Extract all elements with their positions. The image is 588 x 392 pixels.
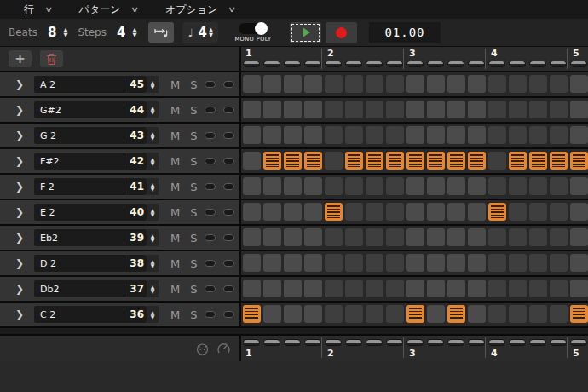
step-cell[interactable]: [304, 126, 322, 144]
step-cell[interactable]: [406, 280, 424, 297]
step-cell[interactable]: [263, 254, 281, 272]
track-note-stepper[interactable]: ▲▼: [147, 178, 159, 195]
step-cell[interactable]: [325, 280, 343, 297]
step-cell[interactable]: [345, 177, 363, 195]
stepper-down-icon[interactable]: ▼: [151, 263, 155, 268]
mute-button[interactable]: M: [170, 206, 180, 219]
step-cell[interactable]: [529, 280, 547, 297]
step-cell[interactable]: [550, 228, 568, 246]
step-cell[interactable]: [284, 305, 302, 323]
track-led-1[interactable]: [205, 209, 216, 216]
step-cell[interactable]: [488, 254, 506, 272]
step-cell[interactable]: [447, 126, 465, 144]
mute-button[interactable]: M: [170, 181, 180, 193]
step-cell[interactable]: [529, 101, 547, 118]
step-cell[interactable]: [243, 254, 261, 272]
step-cell[interactable]: [427, 203, 445, 221]
step-cell[interactable]: [345, 280, 363, 297]
step-cell[interactable]: [386, 177, 404, 195]
track-led-2[interactable]: [223, 311, 234, 318]
step-cell[interactable]: [325, 75, 343, 93]
mute-button[interactable]: M: [170, 78, 180, 91]
toggle-knob[interactable]: [255, 22, 268, 35]
track-note-stepper[interactable]: ▲▼: [147, 127, 159, 144]
step-cell[interactable]: [366, 280, 383, 297]
step-cell[interactable]: [509, 280, 527, 297]
step-cell[interactable]: [284, 101, 302, 118]
step-cell[interactable]: [325, 305, 343, 323]
step-cell[interactable]: [406, 75, 424, 93]
step-cell[interactable]: [284, 75, 302, 93]
expand-chevron-icon[interactable]: ❯: [15, 104, 29, 116]
step-cell[interactable]: [529, 228, 547, 246]
step-cell[interactable]: [386, 280, 404, 297]
step-cell[interactable]: [570, 75, 588, 93]
step-cell[interactable]: [284, 177, 302, 195]
step-cell[interactable]: [509, 101, 527, 118]
step-cell[interactable]: [345, 75, 363, 93]
step-cell[interactable]: [366, 152, 383, 170]
mute-button[interactable]: M: [170, 283, 180, 296]
stepper-down-icon[interactable]: ▼: [151, 110, 155, 115]
track-name-box[interactable]: Eb239: [34, 229, 147, 246]
step-cell[interactable]: [509, 75, 527, 93]
step-cell[interactable]: [263, 177, 281, 195]
note-length-value[interactable]: 4: [199, 25, 207, 40]
solo-button[interactable]: S: [190, 130, 197, 142]
step-cell[interactable]: [366, 75, 383, 93]
step-cell[interactable]: [550, 101, 568, 118]
step-cell[interactable]: [263, 228, 281, 246]
step-cell[interactable]: [488, 126, 506, 144]
step-cell[interactable]: [325, 228, 343, 246]
step-cell[interactable]: [509, 152, 527, 170]
track-led-1[interactable]: [205, 107, 216, 113]
solo-button[interactable]: S: [190, 78, 197, 91]
step-cell[interactable]: [263, 305, 281, 323]
track-led-1[interactable]: [205, 285, 216, 292]
step-cell[interactable]: [304, 254, 322, 272]
stepper-down-icon[interactable]: ▼: [151, 135, 155, 141]
step-cell[interactable]: [468, 75, 486, 93]
step-cell[interactable]: [488, 203, 506, 221]
step-cell[interactable]: [550, 126, 568, 144]
track-led-1[interactable]: [205, 158, 216, 164]
step-cell[interactable]: [529, 152, 547, 170]
track-note-stepper[interactable]: ▲▼: [147, 229, 159, 246]
step-cell[interactable]: [243, 203, 261, 221]
step-cell[interactable]: [406, 254, 424, 272]
step-cell[interactable]: [570, 280, 588, 297]
beats-value[interactable]: 8: [48, 25, 56, 40]
step-cell[interactable]: [447, 305, 465, 323]
track-name-box[interactable]: D 238: [34, 255, 147, 272]
step-cell[interactable]: [386, 228, 404, 246]
track-led-2[interactable]: [223, 234, 234, 241]
track-led-2[interactable]: [223, 81, 234, 88]
mono-poly-toggle[interactable]: [239, 23, 268, 34]
step-cell[interactable]: [243, 152, 261, 170]
step-cell[interactable]: [447, 254, 465, 272]
step-cell[interactable]: [406, 152, 424, 170]
step-cell[interactable]: [488, 228, 506, 246]
mute-button[interactable]: M: [170, 257, 180, 270]
step-cell[interactable]: [570, 177, 588, 195]
step-cell[interactable]: [243, 228, 261, 246]
step-cell[interactable]: [550, 305, 568, 323]
step-cell[interactable]: [406, 126, 424, 144]
step-cell[interactable]: [570, 305, 588, 323]
step-cell[interactable]: [427, 126, 445, 144]
step-cell[interactable]: [325, 101, 343, 118]
step-cell[interactable]: [509, 228, 527, 246]
face-icon[interactable]: [195, 342, 210, 356]
step-cell[interactable]: [243, 305, 261, 323]
step-cell[interactable]: [550, 280, 568, 297]
track-led-2[interactable]: [223, 260, 234, 267]
track-name-box[interactable]: C 236: [34, 306, 147, 323]
steps-value[interactable]: 4: [117, 25, 125, 40]
track-note-stepper[interactable]: ▲▼: [147, 101, 159, 118]
step-cell[interactable]: [509, 177, 527, 195]
step-cell[interactable]: [570, 152, 588, 170]
step-cell[interactable]: [304, 305, 322, 323]
step-cell[interactable]: [427, 75, 445, 93]
step-cell[interactable]: [468, 177, 486, 195]
step-cell[interactable]: [529, 126, 547, 144]
